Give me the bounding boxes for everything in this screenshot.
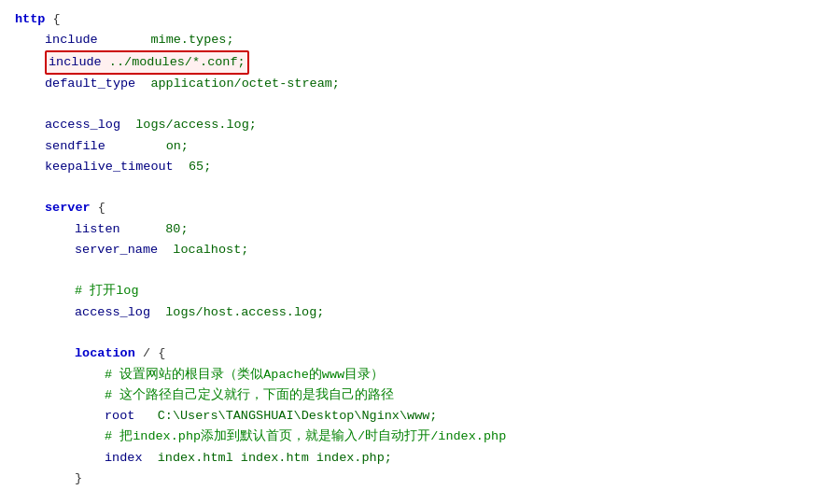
code-line: keepalive_timeout 65; [15, 157, 799, 177]
code-line: listen 80; [15, 219, 799, 240]
code-line-highlighted: include ../modules/*.conf; [15, 51, 799, 74]
code-line-blank [15, 323, 799, 343]
code-line: server_name localhost; [15, 240, 799, 260]
code-block: http { include mime.types; include ../mo… [0, 0, 814, 504]
code-line: server { [15, 198, 799, 218]
code-line-comment: # 把index.php添加到默认首页，就是输入/时自动打开/index.php [15, 427, 799, 447]
code-line-comment: # 设置网站的根目录（类似Apache的www目录） [15, 365, 799, 385]
code-line: location / { [15, 343, 799, 364]
code-line-comment: # 打开log [15, 281, 799, 301]
code-line-blank [15, 260, 799, 281]
code-line-comment: # 这个路径自己定义就行，下面的是我自己的路径 [15, 385, 799, 406]
code-line: default_type application/octet-stream; [15, 74, 799, 94]
code-line: access_log logs/host.access.log; [15, 302, 799, 323]
code-line: } [15, 469, 799, 489]
code-line: access_log logs/access.log; [15, 115, 799, 135]
highlight-box: include ../modules/*.conf; [45, 50, 249, 75]
code-line: index index.html index.htm index.php; [15, 448, 799, 469]
code-line: http { [15, 9, 799, 30]
code-line-blank [15, 489, 799, 504]
code-line: sendfile on; [15, 136, 799, 157]
code-line: root C:\Users\TANGSHUAI\Desktop\Nginx\ww… [15, 406, 799, 427]
code-line: include mime.types; [15, 30, 799, 50]
code-line-blank [15, 177, 799, 198]
code-line-blank [15, 94, 799, 115]
